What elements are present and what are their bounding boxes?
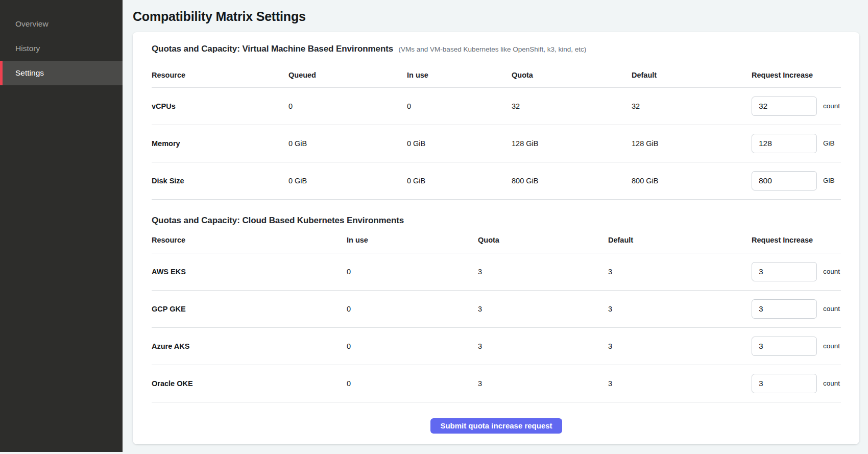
- cell-in-use: 0: [347, 379, 478, 388]
- cell-quota: 3: [478, 268, 608, 276]
- unit-label: count: [823, 268, 840, 275]
- unit-label: count: [823, 379, 840, 387]
- cell-queued: 0 GiB: [288, 139, 407, 148]
- cell-default: 3: [608, 342, 752, 350]
- cell-quota: 3: [478, 379, 608, 388]
- request-increase-input-disk-size[interactable]: [752, 171, 817, 190]
- column-header-default: Default: [608, 236, 752, 244]
- sidebar-item-history[interactable]: History: [0, 36, 123, 61]
- cell-resource: Memory: [152, 139, 288, 148]
- cell-resource: Oracle OKE: [152, 379, 347, 388]
- request-increase-input-azure-aks[interactable]: [752, 337, 817, 356]
- unit-label: count: [823, 342, 840, 350]
- cell-quota: 3: [478, 305, 608, 313]
- active-item-accent-bar: [0, 61, 3, 85]
- cell-default: 800 GiB: [632, 177, 752, 185]
- request-increase-cell: count: [752, 299, 841, 319]
- cell-quota: 800 GiB: [512, 177, 632, 185]
- sidebar-item-label: Settings: [15, 68, 44, 78]
- table-row-vcpus: vCPUs 0 0 32 32 count: [152, 88, 841, 125]
- request-increase-input-gcp-gke[interactable]: [752, 299, 817, 319]
- main-content: Compatibility Matrix Settings Quotas and…: [123, 0, 868, 454]
- table-row-gcp-gke: GCP GKE 0 3 3 count: [152, 291, 841, 328]
- cell-in-use: 0: [347, 268, 478, 276]
- page-title: Compatibility Matrix Settings: [133, 9, 868, 24]
- request-increase-input-oracle-oke[interactable]: [752, 374, 817, 393]
- request-increase-input-vcpus[interactable]: [752, 97, 817, 116]
- sidebar-item-settings[interactable]: Settings: [0, 61, 123, 85]
- column-header-quota: Quota: [512, 71, 632, 79]
- cell-resource: Azure AKS: [152, 342, 347, 350]
- cloud-section-header: Quotas and Capacity: Cloud Based Kuberne…: [152, 200, 841, 226]
- column-header-resource: Resource: [152, 236, 347, 244]
- column-header-request-increase: Request Increase: [752, 236, 841, 244]
- unit-label: GiB: [823, 177, 835, 184]
- card-footer: Submit quota increase request: [152, 402, 841, 444]
- cell-in-use: 0: [347, 305, 478, 313]
- vm-section-subtitle: (VMs and VM-based Kubernetes like OpenSh…: [399, 45, 587, 53]
- column-header-default: Default: [632, 71, 752, 79]
- table-row-azure-aks: Azure AKS 0 3 3 count: [152, 328, 841, 365]
- cell-queued: 0 GiB: [288, 177, 407, 185]
- vm-section-title: Quotas and Capacity: Virtual Machine Bas…: [152, 44, 393, 54]
- cell-quota: 32: [512, 102, 632, 110]
- request-increase-cell: GiB: [752, 171, 841, 190]
- request-increase-cell: GiB: [752, 134, 841, 153]
- app-window: Overview History Settings Compatibility …: [0, 0, 868, 454]
- cell-default: 3: [608, 268, 752, 276]
- column-header-request-increase: Request Increase: [752, 71, 841, 79]
- request-increase-input-memory[interactable]: [752, 134, 817, 153]
- cell-in-use: 0 GiB: [407, 177, 512, 185]
- cell-quota: 128 GiB: [512, 139, 632, 148]
- cell-default: 128 GiB: [632, 139, 752, 148]
- table-row-disk-size: Disk Size 0 GiB 0 GiB 800 GiB 800 GiB Gi…: [152, 162, 841, 200]
- cell-resource: GCP GKE: [152, 305, 347, 313]
- vm-section-header: Quotas and Capacity: Virtual Machine Bas…: [152, 32, 841, 55]
- request-increase-cell: count: [752, 262, 841, 281]
- request-increase-cell: count: [752, 337, 841, 356]
- request-increase-input-aws-eks[interactable]: [752, 262, 817, 281]
- column-header-queued: Queued: [288, 71, 407, 79]
- request-increase-cell: count: [752, 97, 841, 116]
- cell-default: 32: [632, 102, 752, 110]
- cell-resource: Disk Size: [152, 177, 288, 185]
- sidebar: Overview History Settings: [0, 0, 123, 452]
- sidebar-item-label: Overview: [15, 19, 49, 29]
- cell-resource: AWS EKS: [152, 268, 347, 276]
- cloud-section-title: Quotas and Capacity: Cloud Based Kuberne…: [152, 216, 404, 225]
- cell-resource: vCPUs: [152, 102, 288, 110]
- sidebar-item-overview[interactable]: Overview: [0, 12, 123, 36]
- table-row-memory: Memory 0 GiB 0 GiB 128 GiB 128 GiB GiB: [152, 125, 841, 162]
- unit-label: count: [823, 305, 840, 313]
- cell-in-use: 0: [407, 102, 512, 110]
- sidebar-item-label: History: [15, 44, 40, 53]
- settings-card: Quotas and Capacity: Virtual Machine Bas…: [133, 32, 859, 444]
- cloud-table-header: Resource In use Quota Default Request In…: [152, 226, 841, 253]
- vm-table-header: Resource Queued In use Quota Default Req…: [152, 55, 841, 88]
- cell-in-use: 0: [347, 342, 478, 350]
- cell-in-use: 0 GiB: [407, 139, 512, 148]
- column-header-in-use: In use: [407, 71, 512, 79]
- column-header-resource: Resource: [152, 71, 288, 79]
- table-row-aws-eks: AWS EKS 0 3 3 count: [152, 253, 841, 291]
- table-row-oracle-oke: Oracle OKE 0 3 3 count: [152, 365, 841, 402]
- cell-queued: 0: [288, 102, 407, 110]
- cell-default: 3: [608, 305, 752, 313]
- cell-quota: 3: [478, 342, 608, 350]
- cell-default: 3: [608, 379, 752, 388]
- unit-label: GiB: [823, 139, 835, 147]
- request-increase-cell: count: [752, 374, 841, 393]
- column-header-in-use: In use: [347, 236, 478, 244]
- unit-label: count: [823, 102, 840, 110]
- column-header-quota: Quota: [478, 236, 608, 244]
- submit-quota-increase-button[interactable]: Submit quota increase request: [430, 418, 562, 434]
